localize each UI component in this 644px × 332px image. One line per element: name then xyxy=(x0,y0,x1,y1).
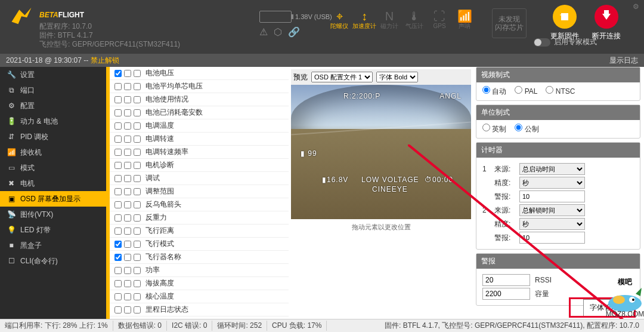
osd-name-text[interactable]: CINEEYE xyxy=(372,185,408,193)
osd-lowvolt-text[interactable]: LOW VOLTAGE xyxy=(361,176,419,184)
sidebar-item-11[interactable]: ■黑盒子 xyxy=(0,238,106,253)
osd-checkbox[interactable] xyxy=(134,254,141,261)
sidebar-item-8[interactable]: ▣OSD 屏幕叠加显示 xyxy=(0,191,106,207)
osd-checkbox[interactable] xyxy=(134,188,141,195)
osd-checkbox[interactable] xyxy=(124,162,131,169)
osd-checkbox[interactable] xyxy=(124,228,131,235)
sidebar-item-10[interactable]: 💡LED 灯带 xyxy=(0,222,106,238)
osd-checkbox[interactable] xyxy=(124,267,131,274)
osd-checkbox[interactable] xyxy=(124,109,131,116)
osd-checkbox[interactable] xyxy=(134,149,141,156)
osd-checkbox[interactable] xyxy=(134,228,141,235)
osd-checkbox[interactable] xyxy=(134,122,141,130)
alarm-value-input[interactable] xyxy=(482,274,530,286)
osd-checkbox[interactable] xyxy=(114,70,122,77)
radio-input[interactable] xyxy=(515,86,522,94)
sidebar-item-3[interactable]: 🔋动力 & 电池 xyxy=(0,113,106,129)
timer-alarm-input[interactable] xyxy=(519,190,585,202)
osd-checkbox[interactable] xyxy=(134,162,141,169)
osd-checkbox[interactable] xyxy=(124,188,131,195)
osd-checkbox[interactable] xyxy=(134,214,141,222)
osd-checkbox[interactable] xyxy=(114,293,122,300)
osd-checkbox[interactable] xyxy=(114,136,122,143)
osd-checkbox[interactable] xyxy=(134,83,141,90)
video-format-option[interactable]: PAL xyxy=(515,87,537,96)
osd-checkbox[interactable] xyxy=(114,188,122,195)
osd-checkbox[interactable] xyxy=(124,149,131,156)
timer-precision-select[interactable]: 秒 xyxy=(519,177,585,189)
osd-checkbox[interactable] xyxy=(114,228,122,235)
sidebar-item-4[interactable]: ⇵PID 调校 xyxy=(0,129,106,145)
sidebar-item-9[interactable]: 📡图传(VTX) xyxy=(0,207,106,222)
osd-checkbox[interactable] xyxy=(114,109,122,116)
sidebar-item-2[interactable]: ⚙配置 xyxy=(0,98,106,113)
osd-checkbox[interactable] xyxy=(114,267,122,274)
osd-checkbox[interactable] xyxy=(124,175,131,182)
osd-preview-canvas[interactable]: R:2:200:P ANGL ▮ 99 ▮16.8V LOW VOLTAGE C… xyxy=(291,85,471,219)
osd-checkbox[interactable] xyxy=(114,306,122,313)
osd-checkbox[interactable] xyxy=(114,122,122,130)
osd-checkbox[interactable] xyxy=(114,175,122,182)
osd-checkbox[interactable] xyxy=(124,136,131,143)
osd-checkbox[interactable] xyxy=(124,70,131,77)
sidebar-item-12[interactable]: ☐CLI(命令行) xyxy=(0,253,106,269)
osd-profile-select[interactable]: OSD 配置文件 1 xyxy=(311,72,373,82)
osd-checkbox[interactable] xyxy=(124,214,131,222)
osd-checkbox[interactable] xyxy=(124,122,131,130)
osd-checkbox[interactable] xyxy=(134,96,141,103)
osd-checkbox[interactable] xyxy=(124,306,131,313)
osd-checkbox[interactable] xyxy=(134,201,141,208)
osd-checkbox[interactable] xyxy=(114,162,122,169)
osd-checkbox[interactable] xyxy=(134,241,141,248)
osd-volt-text[interactable]: ▮16.8V xyxy=(322,176,348,184)
osd-checkbox[interactable] xyxy=(114,254,122,261)
osd-checkbox[interactable] xyxy=(124,96,131,103)
osd-checkbox[interactable] xyxy=(114,83,122,90)
osd-element-list[interactable]: 电池电压电池平均单芯电压电池使用情况电池已消耗毫安数电调温度电调转速电调转速频率… xyxy=(110,67,289,319)
video-format-option[interactable]: NTSC xyxy=(546,87,575,96)
osd-checkbox[interactable] xyxy=(134,293,141,300)
sidebar-item-6[interactable]: ▭模式 xyxy=(0,160,106,176)
osd-checkbox[interactable] xyxy=(134,267,141,274)
settings-gear-icon[interactable]: ⚙ xyxy=(633,2,639,11)
timer-alarm-input[interactable] xyxy=(519,232,585,244)
units-option[interactable]: 公制 xyxy=(515,125,538,133)
disconnect-button[interactable]: 断开连接 xyxy=(590,5,623,41)
osd-checkbox[interactable] xyxy=(114,214,122,222)
sidebar-item-7[interactable]: ✖电机 xyxy=(0,176,106,191)
osd-checkbox[interactable] xyxy=(134,70,141,77)
osd-checkbox[interactable] xyxy=(134,306,141,313)
osd-checkbox[interactable] xyxy=(114,280,122,287)
radio-input[interactable] xyxy=(546,86,553,94)
video-format-option[interactable]: 自动 xyxy=(482,87,506,96)
osd-checkbox[interactable] xyxy=(114,149,122,156)
osd-checkbox[interactable] xyxy=(134,280,141,287)
osd-checkbox[interactable] xyxy=(114,201,122,208)
osd-checkbox[interactable] xyxy=(114,96,122,103)
toggle-icon[interactable] xyxy=(534,38,550,47)
osd-checkbox[interactable] xyxy=(124,293,131,300)
osd-checkbox[interactable] xyxy=(134,109,141,116)
timer-source-select[interactable]: 总启动时间 xyxy=(519,163,585,175)
show-log-link[interactable]: 显示日志 xyxy=(609,56,638,66)
radio-input[interactable] xyxy=(482,86,490,94)
osd-mode-text[interactable]: ANGL xyxy=(439,92,462,100)
osd-rate-text[interactable]: R:2:200:P xyxy=(343,92,380,100)
osd-checkbox[interactable] xyxy=(124,201,131,208)
sidebar-item-1[interactable]: ⧉端口 xyxy=(0,82,106,98)
osd-checkbox[interactable] xyxy=(134,175,141,182)
update-firmware-button[interactable]: 更新固件 xyxy=(549,5,581,41)
radio-input[interactable] xyxy=(482,124,490,131)
osd-checkbox[interactable] xyxy=(114,241,122,248)
osd-font-select[interactable]: 字体 Bold xyxy=(376,72,418,82)
osd-checkbox[interactable] xyxy=(124,241,131,248)
osd-rssi-text[interactable]: ▮ 99 xyxy=(301,149,317,158)
timer-precision-select[interactable]: 秒 xyxy=(519,218,585,230)
osd-timer-text[interactable]: ⏱00:00 xyxy=(425,176,453,184)
radio-input[interactable] xyxy=(515,124,522,131)
osd-checkbox[interactable] xyxy=(124,83,131,90)
alarm-value-input[interactable] xyxy=(482,288,530,300)
sidebar-item-5[interactable]: 📶接收机 xyxy=(0,145,106,160)
timer-source-select[interactable]: 总解锁时间 xyxy=(519,204,585,216)
osd-checkbox[interactable] xyxy=(134,136,141,143)
